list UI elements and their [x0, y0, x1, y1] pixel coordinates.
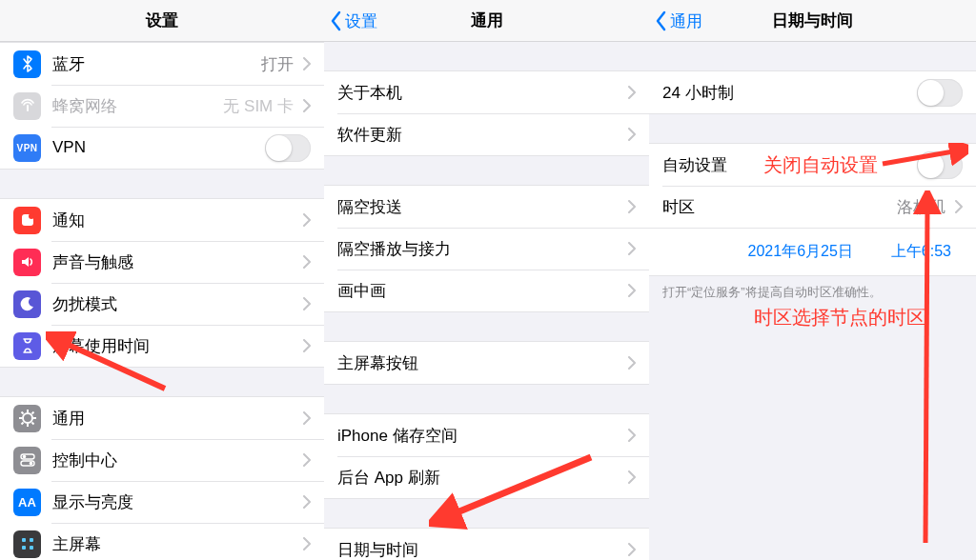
group-spacer: [0, 368, 324, 396]
chevron-right-icon: [303, 99, 311, 112]
chevron-right-icon: [303, 213, 311, 227]
page-title: 日期与时间: [772, 10, 853, 31]
sounds-label: 声音与触感: [52, 251, 294, 273]
chevron-right-icon: [303, 537, 311, 550]
row-airplay[interactable]: 隔空播放与接力: [324, 228, 649, 270]
sounds-icon: [13, 249, 41, 276]
vpn-toggle[interactable]: [265, 134, 311, 162]
cellular-label: 蜂窝网络: [52, 95, 215, 117]
chevron-right-icon: [628, 242, 636, 255]
chevron-right-icon: [628, 543, 636, 556]
svg-line-9: [31, 423, 33, 425]
group-spacer: [324, 42, 649, 70]
footer-note: 打开“定位服务”将提高自动时区准确性。: [649, 276, 976, 301]
row-screentime[interactable]: 屏幕使用时间: [0, 325, 324, 367]
back-button[interactable]: 设置: [330, 0, 377, 42]
row-timezone[interactable]: 时区 洛杉矶: [649, 186, 976, 228]
group-datetime: 日期与时间 键盘: [324, 528, 649, 560]
date-picker[interactable]: 2021年6月25日: [739, 238, 863, 266]
timezone-detail: 洛杉矶: [897, 196, 946, 218]
row-display[interactable]: AA 显示与亮度: [0, 481, 324, 523]
row-airdrop[interactable]: 隔空投送: [324, 186, 649, 228]
row-dnd[interactable]: 勿扰模式: [0, 283, 324, 325]
antenna-icon: [13, 92, 41, 120]
svg-line-8: [21, 412, 23, 414]
svg-rect-18: [22, 546, 26, 550]
svg-point-3: [23, 413, 32, 423]
chevron-right-icon: [628, 128, 636, 141]
homebtn-label: 主屏幕按钮: [337, 352, 619, 374]
chevron-right-icon: [628, 86, 636, 99]
svg-rect-16: [22, 538, 26, 542]
row-about[interactable]: 关于本机: [324, 71, 649, 113]
airplay-label: 隔空播放与接力: [337, 238, 619, 260]
svg-point-13: [22, 455, 26, 459]
row-sounds[interactable]: 声音与触感: [0, 241, 324, 283]
group-24h: 24 小时制: [649, 70, 976, 114]
settings-root-panel: 设置 蓝牙 打开 蜂窝网络 无 SIM 卡 VPN VPN 通: [0, 0, 324, 560]
group-spacer: [324, 385, 649, 413]
chevron-right-icon: [303, 339, 311, 352]
chevron-right-icon: [628, 200, 636, 213]
row-homebtn[interactable]: 主屏幕按钮: [324, 342, 649, 384]
vpn-label: VPN: [52, 138, 257, 157]
row-pip[interactable]: 画中画: [324, 270, 649, 311]
group-spacer: [324, 156, 649, 185]
chevron-right-icon: [303, 57, 311, 70]
chevron-right-icon: [303, 453, 311, 467]
row-datetime[interactable]: 日期与时间: [324, 529, 649, 560]
airdrop-label: 隔空投送: [337, 196, 619, 218]
group-connectivity: 蓝牙 打开 蜂窝网络 无 SIM 卡 VPN VPN: [0, 42, 324, 170]
group-homebtn: 主屏幕按钮: [324, 341, 649, 385]
row-bluetooth[interactable]: 蓝牙 打开: [0, 43, 324, 85]
chevron-right-icon: [628, 356, 636, 370]
group-spacer: [0, 170, 324, 198]
back-label: 设置: [345, 10, 377, 32]
row-vpn[interactable]: VPN VPN: [0, 127, 324, 169]
letters-icon: AA: [13, 489, 41, 516]
row-notifications[interactable]: 通知: [0, 199, 324, 241]
group-spacer: [324, 499, 649, 528]
chevron-right-icon: [303, 411, 311, 425]
notifications-label: 通知: [52, 210, 294, 231]
twentyfour-toggle[interactable]: [917, 79, 963, 107]
group-spacer: [649, 42, 976, 70]
group-airdrop: 隔空投送 隔空播放与接力 画中画: [324, 185, 649, 312]
autoset-toggle[interactable]: [917, 151, 963, 179]
chevron-right-icon: [955, 200, 963, 213]
pip-label: 画中画: [337, 280, 619, 302]
row-update[interactable]: 软件更新: [324, 113, 649, 155]
navbar: 通用 日期与时间: [649, 0, 976, 42]
time-picker[interactable]: 上午6:53: [882, 238, 961, 266]
group-storage: iPhone 储存空间 后台 App 刷新: [324, 413, 649, 499]
bluetooth-label: 蓝牙: [52, 53, 254, 75]
row-controlcenter[interactable]: 控制中心: [0, 439, 324, 481]
row-general[interactable]: 通用: [0, 397, 324, 439]
moon-icon: [13, 290, 41, 318]
group-general: 通用 控制中心 AA 显示与亮度 主屏幕 辅助功能: [0, 396, 324, 560]
timezone-label: 时区: [662, 196, 889, 218]
homescreen-label: 主屏幕: [52, 533, 294, 555]
datetime-label: 日期与时间: [337, 539, 619, 561]
twentyfour-label: 24 小时制: [662, 82, 909, 104]
row-24h[interactable]: 24 小时制: [649, 71, 976, 113]
row-storage[interactable]: iPhone 储存空间: [324, 414, 649, 456]
chevron-right-icon: [303, 297, 311, 310]
row-bgrefresh[interactable]: 后台 App 刷新: [324, 456, 649, 498]
page-title: 设置: [146, 10, 178, 31]
navbar: 设置 通用: [324, 0, 649, 42]
general-label: 通用: [52, 408, 294, 430]
svg-rect-0: [27, 105, 29, 111]
chevron-right-icon: [303, 255, 311, 269]
chevron-right-icon: [628, 429, 636, 442]
back-button[interactable]: 通用: [655, 0, 702, 42]
row-cellular[interactable]: 蜂窝网络 无 SIM 卡: [0, 85, 324, 127]
row-homescreen[interactable]: 主屏幕: [0, 523, 324, 560]
svg-point-15: [29, 462, 32, 466]
datetime-picker-row: 2021年6月25日 上午6:53: [649, 229, 976, 276]
annotation-text: 时区选择节点的时区: [754, 305, 925, 330]
group-about: 关于本机 软件更新: [324, 70, 649, 156]
dnd-label: 勿扰模式: [52, 293, 294, 315]
group-spacer: [649, 114, 976, 143]
chevron-right-icon: [628, 284, 636, 297]
